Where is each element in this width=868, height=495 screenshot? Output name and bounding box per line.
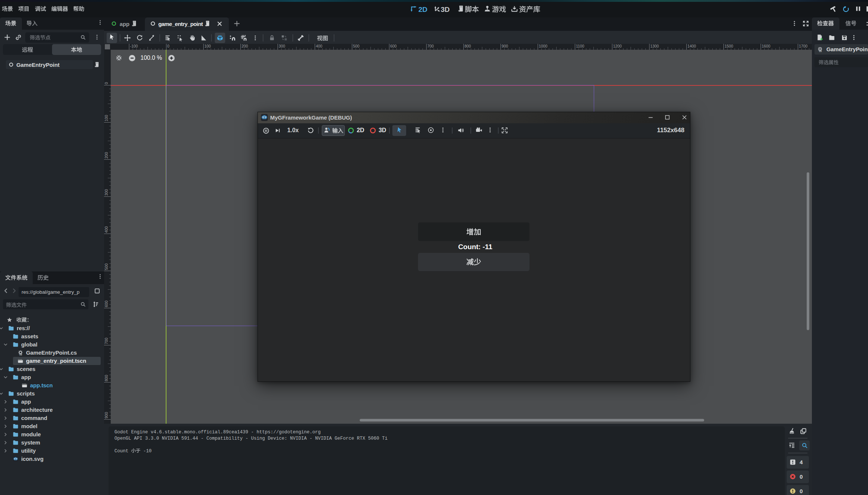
svg-text:cs: cs [819, 50, 822, 52]
svg-text:cs: cs [19, 353, 22, 356]
